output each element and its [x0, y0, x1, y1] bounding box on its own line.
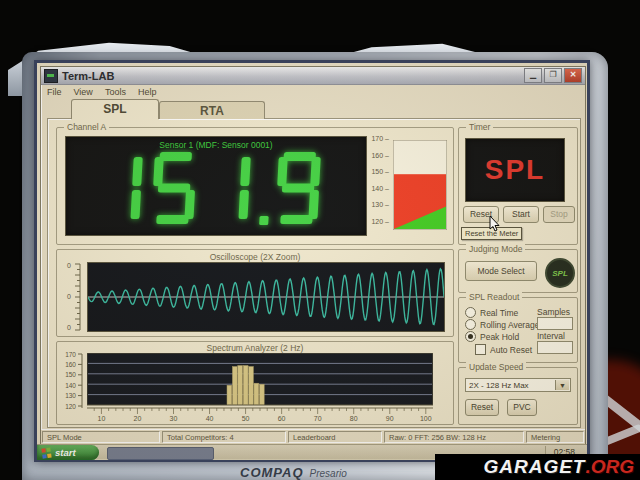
status-dsp-info: Raw: 0 FFT: 256 BW: 128 Hz — [384, 431, 524, 443]
oscilloscope-plot — [87, 262, 445, 332]
svg-text:10: 10 — [98, 415, 106, 421]
auto-reset-label: Auto Reset — [490, 345, 532, 355]
laptop-brandplate: COMPAQPresario — [240, 463, 347, 480]
judging-mode-label: Judging Mode — [466, 244, 525, 254]
watermark-text: GARAGET — [483, 456, 585, 478]
radio-real-time[interactable]: Real Time — [465, 307, 518, 318]
menu-view[interactable]: View — [74, 87, 93, 97]
interval-field[interactable] — [537, 341, 573, 354]
menu-bar: File View Tools Help — [41, 85, 585, 98]
watermark-banner: GARAGET.ORG — [435, 454, 640, 480]
taskbar-item[interactable] — [107, 447, 214, 460]
timer-stop-button[interactable]: Stop — [543, 206, 575, 223]
auto-reset-checkbox[interactable]: Auto Reset — [475, 344, 532, 355]
meter-axis-labels: 170 –160 –150 –140 –130 –120 – — [369, 138, 391, 232]
spectrum-panel: Spectrum Analyzer (2 Hz) 170 160 150 140… — [56, 341, 454, 425]
menu-file[interactable]: File — [47, 87, 62, 97]
menu-tools[interactable]: Tools — [105, 87, 126, 97]
minimize-button[interactable]: ▁ — [524, 68, 542, 83]
menu-help[interactable]: Help — [138, 87, 157, 97]
tab-spl[interactable]: SPL — [71, 99, 159, 119]
mode-select-button[interactable]: Mode Select — [465, 261, 537, 281]
spl-numeric-display: Sensor 1 (MDF: Sensor 0001) — [65, 136, 367, 236]
timer-start-button[interactable]: Start — [503, 206, 539, 223]
app-icon — [44, 69, 58, 83]
model-logo: Presario — [310, 468, 347, 479]
svg-text:140: 140 — [65, 382, 76, 389]
radio-peak-hold-label: Peak Hold — [480, 332, 519, 342]
radio-dot — [465, 331, 476, 342]
timer-label: Timer — [466, 122, 493, 132]
radio-peak-hold[interactable]: Peak Hold — [465, 331, 519, 342]
tab-rta[interactable]: RTA — [159, 101, 265, 119]
svg-text:50: 50 — [242, 415, 250, 421]
timer-spl-text: SPL — [485, 154, 545, 186]
start-label: start — [55, 447, 76, 458]
status-total-competitors: Total Competitors: 4 — [162, 431, 286, 443]
window-title: Term-LAB — [62, 70, 522, 82]
mouse-cursor-icon — [489, 216, 500, 232]
svg-text:60: 60 — [278, 415, 286, 421]
svg-text:130: 130 — [65, 392, 76, 399]
svg-text:150: 150 — [65, 371, 76, 378]
svg-text:100: 100 — [420, 415, 432, 421]
svg-text:40: 40 — [206, 415, 214, 421]
title-bar[interactable]: Term-LAB ▁ ❐ ✕ — [41, 67, 585, 85]
update-speed-dropdown[interactable]: 2X - 128 Hz Max ▼ — [465, 378, 571, 392]
laptop-bezel: Term-LAB ▁ ❐ ✕ File View Tools Help SPL … — [22, 52, 608, 480]
update-speed-label: Update Speed — [466, 362, 526, 372]
spl-readout-group: SPL Readout Real Time Rolling Average Pe… — [458, 297, 578, 363]
oscilloscope-title: Oscilloscope (2X Zoom) — [57, 252, 453, 262]
watermark-suffix: .ORG — [585, 456, 634, 478]
app-window: Term-LAB ▁ ❐ ✕ File View Tools Help SPL … — [40, 66, 586, 444]
status-leaderboard: Leaderboard — [288, 431, 382, 443]
photo-scene: Term-LAB ▁ ❐ ✕ File View Tools Help SPL … — [0, 0, 640, 480]
svg-text:90: 90 — [386, 415, 394, 421]
seven-segment-readout — [66, 152, 366, 232]
timer-spl-display: SPL — [465, 138, 565, 202]
pvc-button[interactable]: PVC — [507, 399, 537, 416]
radio-dot — [465, 319, 476, 330]
close-button[interactable]: ✕ — [564, 68, 582, 83]
tab-strip: SPL RTA — [71, 99, 265, 119]
update-speed-group: Update Speed 2X - 128 Hz Max ▼ Reset PVC — [458, 367, 578, 425]
oscilloscope-y-axis: 000 — [65, 262, 85, 332]
svg-text:20: 20 — [134, 415, 142, 421]
spl-logo-text: SPL — [552, 269, 568, 278]
laptop-screen: Term-LAB ▁ ❐ ✕ File View Tools Help SPL … — [34, 60, 590, 462]
status-spl-mode: SPL Mode — [42, 431, 160, 443]
svg-text:80: 80 — [350, 415, 358, 421]
svg-text:160: 160 — [65, 361, 76, 368]
radio-real-time-label: Real Time — [480, 308, 518, 318]
spectrum-y-axis: 170 160 150 140 130 120 — [61, 352, 85, 408]
svg-text:30: 30 — [170, 415, 178, 421]
svg-text:0: 0 — [67, 324, 71, 331]
maximize-button[interactable]: ❐ — [544, 68, 562, 83]
update-reset-button[interactable]: Reset — [465, 399, 499, 416]
spl-meter — [393, 140, 447, 230]
svg-text:120: 120 — [65, 403, 76, 410]
sensor-label: Sensor 1 (MDF: Sensor 0001) — [66, 140, 366, 150]
svg-text:170: 170 — [65, 352, 76, 358]
windows-flag-icon — [41, 447, 52, 458]
radio-rolling-average[interactable]: Rolling Average — [465, 319, 539, 330]
spectrum-title: Spectrum Analyzer (2 Hz) — [57, 343, 453, 353]
interval-label: Interval — [537, 331, 565, 341]
spectrum-plot: 102030405060708090100 — [87, 353, 433, 421]
timer-group: Timer SPL Reset Start Stop Reset the Met… — [458, 127, 578, 245]
samples-label: Samples — [537, 307, 570, 317]
svg-text:0: 0 — [67, 293, 71, 300]
spl-readout-label: SPL Readout — [466, 292, 522, 302]
radio-rolling-average-label: Rolling Average — [480, 320, 539, 330]
radio-dot — [465, 307, 476, 318]
status-bar: SPL Mode Total Competitors: 4 Leaderboar… — [41, 429, 585, 444]
svg-text:0: 0 — [67, 262, 71, 269]
start-button[interactable]: start — [37, 445, 99, 460]
chevron-down-icon[interactable]: ▼ — [555, 380, 569, 390]
brand-logo: COMPAQ — [240, 465, 304, 480]
update-speed-value: 2X - 128 Hz Max — [469, 381, 529, 390]
spl-logo-icon: SPL — [545, 258, 575, 288]
status-metering: Metering — [526, 431, 584, 443]
samples-field[interactable] — [537, 317, 573, 330]
oscilloscope-panel: Oscilloscope (2X Zoom) 000 — [56, 249, 454, 337]
